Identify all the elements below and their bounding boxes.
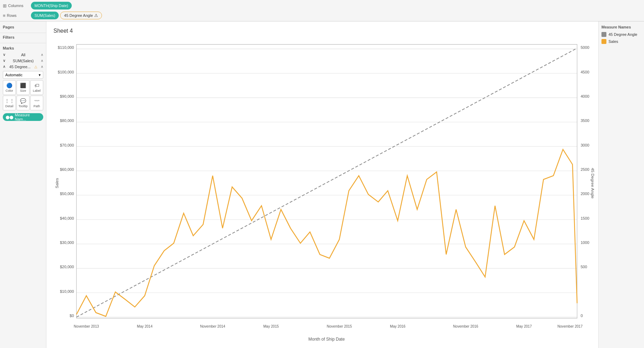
marks-45deg-row[interactable]: ∧ 45 Degree... △ ∧ <box>3 64 43 70</box>
svg-text:November 2013: November 2013 <box>74 324 99 328</box>
columns-shelf: ⊞ Columns MONTH(Ship Date) <box>3 1 641 11</box>
marks-title: Marks <box>3 46 43 50</box>
measure-dots: ⬤⬤ <box>6 115 13 119</box>
svg-text:1500: 1500 <box>581 216 590 220</box>
rows-label: ≡ Rows <box>3 13 31 18</box>
marks-sum-caret2: ∧ <box>41 59 43 63</box>
right-legend: Measure Names 45 Degree Angle Sales <box>598 21 644 348</box>
marks-type-dropdown[interactable]: Automatic ▾ <box>3 71 43 79</box>
marks-buttons-group: 🔵 Color ⬛ Size 🏷 Label ⋮⋮ Detail 💬 <box>3 80 43 110</box>
legend-color-sales <box>601 39 606 44</box>
svg-text:$110,000: $110,000 <box>58 45 74 50</box>
marks-section: Marks ∨ All ∧ ∨ SUM(Sales) ∧ ∧ 45 Degree… <box>0 44 46 124</box>
svg-text:2000: 2000 <box>581 192 590 196</box>
tooltip-button[interactable]: 💬 Tooltip <box>17 96 30 110</box>
sheet-title: Sheet 4 <box>53 28 595 34</box>
45-degree-line <box>76 48 577 317</box>
marks-all-caret-right: ∧ <box>41 53 43 57</box>
svg-text:5000: 5000 <box>581 45 590 50</box>
svg-text:4500: 4500 <box>581 70 590 74</box>
dropdown-arrow: ▾ <box>39 73 41 77</box>
svg-text:$80,000: $80,000 <box>60 118 74 123</box>
chart-area: Sheet 4 $110,000 $100,000 $90,000 $80,00… <box>46 21 598 348</box>
svg-text:$40,000: $40,000 <box>60 216 74 220</box>
marks-45-delta: △ <box>34 65 37 69</box>
svg-text:November 2014: November 2014 <box>200 324 225 328</box>
svg-text:$60,000: $60,000 <box>60 167 74 172</box>
legend-item-sales: Sales <box>601 39 641 44</box>
legend-color-45deg <box>601 32 606 37</box>
svg-text:1000: 1000 <box>581 240 590 245</box>
sales-line <box>76 149 577 316</box>
svg-text:$70,000: $70,000 <box>60 143 74 147</box>
measure-names-pill[interactable]: ⬤⬤ Measure Nam... <box>3 113 43 121</box>
shelf-area: ⊞ Columns MONTH(Ship Date) ≡ Rows SUM(Sa… <box>0 0 644 21</box>
svg-text:45 Degree Angle: 45 Degree Angle <box>591 168 595 199</box>
warning-icon: ⚠ <box>94 13 98 18</box>
svg-text:2500: 2500 <box>581 167 590 172</box>
svg-text:$90,000: $90,000 <box>60 94 74 98</box>
color-button[interactable]: 🔵 Color <box>3 80 16 95</box>
chart-container: $110,000 $100,000 $90,000 $80,000 $70,00… <box>53 37 595 344</box>
svg-text:4000: 4000 <box>581 94 590 98</box>
chart-svg: $110,000 $100,000 $90,000 $80,000 $70,00… <box>53 37 595 344</box>
marks-45-caret: ∧ <box>3 64 6 69</box>
detail-icon: ⋮⋮ <box>5 98 14 104</box>
marks-all-row[interactable]: ∨ All ∧ <box>3 52 43 58</box>
rows-shelf: ≡ Rows SUM(Sales) 45 Degree Angle ⚠ <box>3 11 641 20</box>
filters-section: Filters <box>0 34 46 42</box>
marks-sum-sales-row[interactable]: ∨ SUM(Sales) ∧ <box>3 58 43 64</box>
size-icon: ⬛ <box>20 83 26 88</box>
columns-label: ⊞ Columns <box>3 3 31 8</box>
pages-title: Pages <box>3 25 43 29</box>
marks-45-caret2: ∧ <box>41 65 43 69</box>
svg-text:November 2017: November 2017 <box>558 324 583 328</box>
svg-text:Month of Ship Date: Month of Ship Date <box>308 337 344 342</box>
svg-text:$50,000: $50,000 <box>60 192 74 196</box>
rows-pill-sum-sales[interactable]: SUM(Sales) <box>31 12 59 19</box>
rows-pill-45deg[interactable]: 45 Degree Angle ⚠ <box>60 12 102 19</box>
label-icon: 🏷 <box>34 83 39 88</box>
rows-icon: ≡ <box>3 13 6 18</box>
pages-section: Pages <box>0 24 46 32</box>
svg-text:$10,000: $10,000 <box>60 289 74 293</box>
columns-pill[interactable]: MONTH(Ship Date) <box>31 2 72 9</box>
svg-text:Sales: Sales <box>55 178 59 188</box>
svg-text:$30,000: $30,000 <box>60 240 74 245</box>
svg-text:November 2015: November 2015 <box>327 324 352 328</box>
main-area: Pages Filters Marks ∨ All ∧ ∨ SUM(Sales)… <box>0 21 644 348</box>
label-button[interactable]: 🏷 Label <box>30 80 43 95</box>
size-button[interactable]: ⬛ Size <box>17 80 30 95</box>
svg-text:May 2017: May 2017 <box>516 324 532 328</box>
marks-all-caret-left: ∨ <box>3 52 6 57</box>
svg-text:$100,000: $100,000 <box>58 70 74 74</box>
columns-icon: ⊞ <box>3 3 7 8</box>
svg-text:May 2014: May 2014 <box>137 324 153 328</box>
svg-text:3500: 3500 <box>581 118 590 123</box>
left-panel: Pages Filters Marks ∨ All ∧ ∨ SUM(Sales)… <box>0 21 46 348</box>
path-button[interactable]: 〰 Path <box>30 96 43 110</box>
svg-text:$0: $0 <box>70 314 74 318</box>
svg-text:500: 500 <box>581 265 587 269</box>
svg-text:$20,000: $20,000 <box>60 265 74 269</box>
filters-title: Filters <box>3 35 43 39</box>
svg-text:0: 0 <box>581 314 583 318</box>
svg-text:November 2016: November 2016 <box>453 324 478 328</box>
legend-item-45deg: 45 Degree Angle <box>601 32 641 37</box>
svg-text:May 2016: May 2016 <box>390 324 405 328</box>
path-icon: 〰 <box>34 98 39 104</box>
legend-title: Measure Names <box>601 25 641 29</box>
tooltip-icon: 💬 <box>20 98 26 104</box>
svg-text:3000: 3000 <box>581 143 590 147</box>
marks-sum-caret: ∨ <box>3 58 6 63</box>
color-icon: 🔵 <box>6 83 12 88</box>
detail-button[interactable]: ⋮⋮ Detail <box>3 96 16 110</box>
svg-text:May 2015: May 2015 <box>263 324 279 328</box>
